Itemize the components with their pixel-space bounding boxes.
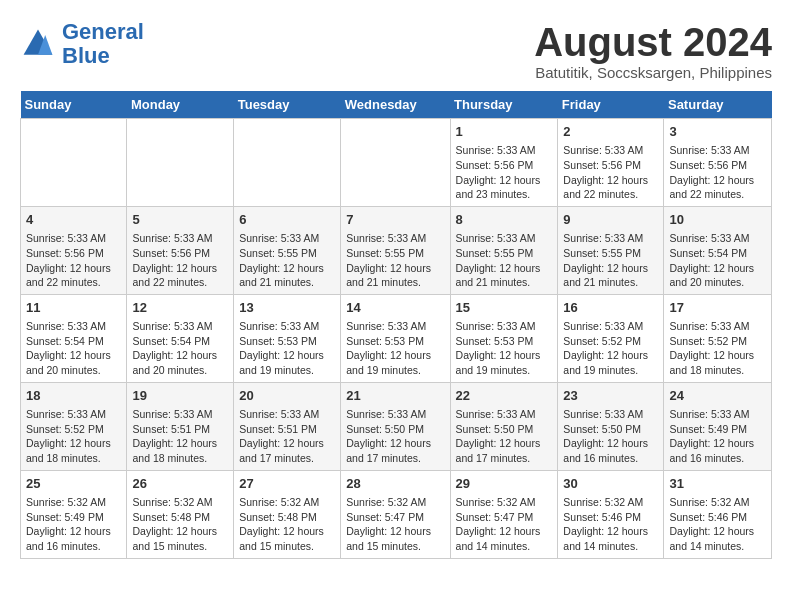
day-info: and 19 minutes. <box>563 363 658 378</box>
day-info: and 22 minutes. <box>563 187 658 202</box>
day-info: and 15 minutes. <box>239 539 335 554</box>
day-number: 11 <box>26 299 121 317</box>
calendar-cell: 11Sunrise: 5:33 AMSunset: 5:54 PMDayligh… <box>21 294 127 382</box>
day-info: Sunset: 5:47 PM <box>346 510 444 525</box>
day-info: Daylight: 12 hours <box>456 436 553 451</box>
calendar-cell: 28Sunrise: 5:32 AMSunset: 5:47 PMDayligh… <box>341 470 450 558</box>
calendar-week-row: 1Sunrise: 5:33 AMSunset: 5:56 PMDaylight… <box>21 119 772 207</box>
day-info: Daylight: 12 hours <box>132 436 228 451</box>
day-info: Daylight: 12 hours <box>239 348 335 363</box>
day-info: and 19 minutes. <box>239 363 335 378</box>
calendar-cell: 22Sunrise: 5:33 AMSunset: 5:50 PMDayligh… <box>450 382 558 470</box>
day-info: Sunset: 5:49 PM <box>669 422 766 437</box>
weekday-header: Tuesday <box>234 91 341 119</box>
day-info: Sunrise: 5:33 AM <box>456 231 553 246</box>
day-info: Sunrise: 5:33 AM <box>669 319 766 334</box>
day-info: Sunrise: 5:33 AM <box>563 143 658 158</box>
day-info: Daylight: 12 hours <box>456 524 553 539</box>
day-info: Sunrise: 5:33 AM <box>563 407 658 422</box>
calendar-cell: 10Sunrise: 5:33 AMSunset: 5:54 PMDayligh… <box>664 206 772 294</box>
day-info: and 22 minutes. <box>132 275 228 290</box>
calendar-cell: 20Sunrise: 5:33 AMSunset: 5:51 PMDayligh… <box>234 382 341 470</box>
day-info: Daylight: 12 hours <box>346 261 444 276</box>
day-info: and 21 minutes. <box>563 275 658 290</box>
day-info: Sunset: 5:53 PM <box>456 334 553 349</box>
day-info: and 19 minutes. <box>346 363 444 378</box>
month-title: August 2024 <box>534 20 772 64</box>
day-info: Daylight: 12 hours <box>239 436 335 451</box>
weekday-header: Saturday <box>664 91 772 119</box>
day-info: Daylight: 12 hours <box>26 524 121 539</box>
day-info: Sunset: 5:56 PM <box>132 246 228 261</box>
day-number: 26 <box>132 475 228 493</box>
day-info: and 14 minutes. <box>669 539 766 554</box>
day-info: Daylight: 12 hours <box>346 436 444 451</box>
day-info: and 17 minutes. <box>456 451 553 466</box>
day-number: 28 <box>346 475 444 493</box>
day-info: and 17 minutes. <box>346 451 444 466</box>
day-number: 13 <box>239 299 335 317</box>
day-info: Sunrise: 5:33 AM <box>669 407 766 422</box>
day-info: Sunrise: 5:33 AM <box>132 407 228 422</box>
day-number: 25 <box>26 475 121 493</box>
day-info: and 22 minutes. <box>669 187 766 202</box>
day-number: 14 <box>346 299 444 317</box>
day-info: Daylight: 12 hours <box>26 261 121 276</box>
day-info: Sunset: 5:53 PM <box>239 334 335 349</box>
day-info: Sunset: 5:56 PM <box>669 158 766 173</box>
day-info: Sunrise: 5:33 AM <box>346 407 444 422</box>
calendar-week-row: 18Sunrise: 5:33 AMSunset: 5:52 PMDayligh… <box>21 382 772 470</box>
day-number: 20 <box>239 387 335 405</box>
day-info: Daylight: 12 hours <box>456 348 553 363</box>
day-number: 29 <box>456 475 553 493</box>
day-number: 22 <box>456 387 553 405</box>
day-info: Daylight: 12 hours <box>132 524 228 539</box>
day-info: Sunset: 5:50 PM <box>346 422 444 437</box>
day-number: 16 <box>563 299 658 317</box>
day-info: and 15 minutes. <box>132 539 228 554</box>
title-block: August 2024 Batutitik, Soccsksargen, Phi… <box>534 20 772 81</box>
calendar-week-row: 11Sunrise: 5:33 AMSunset: 5:54 PMDayligh… <box>21 294 772 382</box>
day-info: Daylight: 12 hours <box>239 261 335 276</box>
logo: General Blue <box>20 20 144 68</box>
day-info: and 16 minutes. <box>669 451 766 466</box>
day-info: Sunrise: 5:33 AM <box>346 319 444 334</box>
weekday-header: Sunday <box>21 91 127 119</box>
day-info: and 21 minutes. <box>456 275 553 290</box>
day-info: Sunset: 5:55 PM <box>239 246 335 261</box>
day-info: Sunset: 5:52 PM <box>563 334 658 349</box>
day-info: and 18 minutes. <box>669 363 766 378</box>
weekday-header: Friday <box>558 91 664 119</box>
day-info: Daylight: 12 hours <box>563 524 658 539</box>
day-info: Daylight: 12 hours <box>456 173 553 188</box>
calendar-cell: 4Sunrise: 5:33 AMSunset: 5:56 PMDaylight… <box>21 206 127 294</box>
day-info: Daylight: 12 hours <box>239 524 335 539</box>
calendar-cell: 23Sunrise: 5:33 AMSunset: 5:50 PMDayligh… <box>558 382 664 470</box>
day-info: Sunset: 5:54 PM <box>669 246 766 261</box>
day-number: 23 <box>563 387 658 405</box>
day-info: Daylight: 12 hours <box>563 436 658 451</box>
day-info: Sunrise: 5:32 AM <box>456 495 553 510</box>
day-info: Daylight: 12 hours <box>132 348 228 363</box>
calendar-cell <box>234 119 341 207</box>
day-info: and 20 minutes. <box>132 363 228 378</box>
day-info: and 23 minutes. <box>456 187 553 202</box>
day-info: Sunset: 5:51 PM <box>239 422 335 437</box>
day-info: Sunset: 5:50 PM <box>563 422 658 437</box>
calendar-cell: 30Sunrise: 5:32 AMSunset: 5:46 PMDayligh… <box>558 470 664 558</box>
day-info: Sunset: 5:46 PM <box>669 510 766 525</box>
day-info: Daylight: 12 hours <box>456 261 553 276</box>
day-info: Sunset: 5:52 PM <box>26 422 121 437</box>
day-info: Sunset: 5:48 PM <box>239 510 335 525</box>
day-info: Daylight: 12 hours <box>563 348 658 363</box>
day-info: Sunrise: 5:32 AM <box>239 495 335 510</box>
day-info: and 17 minutes. <box>239 451 335 466</box>
day-info: and 16 minutes. <box>26 539 121 554</box>
calendar-cell: 27Sunrise: 5:32 AMSunset: 5:48 PMDayligh… <box>234 470 341 558</box>
day-info: Sunrise: 5:33 AM <box>346 231 444 246</box>
day-info: Daylight: 12 hours <box>132 261 228 276</box>
day-info: Sunset: 5:55 PM <box>346 246 444 261</box>
day-info: Sunset: 5:56 PM <box>456 158 553 173</box>
day-info: Sunrise: 5:33 AM <box>26 407 121 422</box>
day-number: 12 <box>132 299 228 317</box>
